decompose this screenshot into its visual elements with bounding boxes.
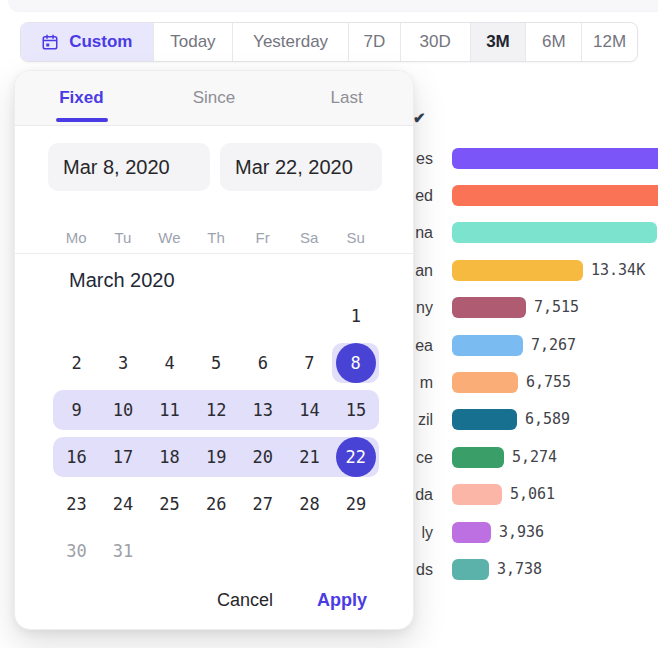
date-range-toolbar: Custom TodayYesterday7D30D3M6M12M (20, 22, 638, 62)
day-21[interactable]: 21 (286, 437, 333, 477)
bar-value: 7,267 (531, 335, 576, 356)
day-5[interactable]: 5 (193, 343, 240, 383)
month-title: March 2020 (69, 267, 175, 293)
weekday-label: We (146, 227, 193, 249)
range-6m-button[interactable]: 6M (525, 23, 581, 61)
range-custom-label: Custom (69, 32, 132, 52)
country-bar (452, 484, 502, 505)
bar-value: 5,274 (512, 447, 557, 468)
day-14[interactable]: 14 (286, 390, 333, 430)
day-31[interactable]: 31 (100, 531, 147, 571)
bar-value: 3,738 (497, 559, 542, 580)
range-custom-button[interactable]: Custom (21, 23, 153, 61)
weekday-label: Su (332, 227, 379, 249)
calendar-icon (41, 33, 59, 51)
day-7[interactable]: 7 (286, 343, 333, 383)
calendar-week-row: 3031 (15, 528, 413, 575)
day-3[interactable]: 3 (100, 343, 147, 383)
popover-tabs: Fixed Since Last (15, 71, 413, 126)
day-6[interactable]: 6 (239, 343, 286, 383)
day-13[interactable]: 13 (239, 390, 286, 430)
day-23[interactable]: 23 (53, 484, 100, 524)
start-date-field[interactable]: Mar 8, 2020 (48, 143, 210, 191)
country-bar (452, 409, 517, 430)
bar-value: 5,061 (510, 484, 555, 505)
bar-value: 3,936 (499, 522, 544, 543)
day-28[interactable]: 28 (286, 484, 333, 524)
day-27[interactable]: 27 (239, 484, 286, 524)
country-bar (452, 222, 657, 243)
day-8[interactable]: 8 (336, 343, 376, 383)
day-19[interactable]: 19 (193, 437, 240, 477)
day-9[interactable]: 9 (53, 390, 100, 430)
apply-button[interactable]: Apply (317, 590, 367, 611)
day-18[interactable]: 18 (146, 437, 193, 477)
popover-footer: Cancel Apply (15, 585, 413, 615)
day-1[interactable]: 1 (332, 296, 379, 336)
weekday-label: Th (193, 227, 240, 249)
calendar-week-row: 2345678 (15, 340, 413, 387)
day-11[interactable]: 11 (146, 390, 193, 430)
day-29[interactable]: 29 (332, 484, 379, 524)
bar-value: 13.34K (591, 260, 645, 281)
day-24[interactable]: 24 (100, 484, 147, 524)
tab-since[interactable]: Since (148, 71, 281, 125)
range-30d-button[interactable]: 30D (400, 23, 470, 61)
day-26[interactable]: 26 (193, 484, 240, 524)
date-inputs: Mar 8, 2020 Mar 22, 2020 (48, 143, 382, 191)
range-today-button[interactable]: Today (153, 23, 233, 61)
bar-value: 7,515 (534, 297, 579, 318)
date-picker-popover: Fixed Since Last Mar 8, 2020 Mar 22, 202… (14, 70, 414, 630)
range-3m-button[interactable]: 3M (470, 23, 526, 61)
calendar-week-row: 1 (15, 293, 413, 340)
range-7d-button[interactable]: 7D (348, 23, 400, 61)
weekday-header: MoTuWeThFrSaSu (53, 227, 379, 249)
tab-fixed[interactable]: Fixed (15, 71, 148, 125)
country-bar (452, 447, 504, 468)
day-2[interactable]: 2 (53, 343, 100, 383)
weekday-label: Fr (239, 227, 286, 249)
bar-value: 6,755 (526, 372, 571, 393)
day-16[interactable]: 16 (53, 437, 100, 477)
calendar-week-row: 23242526272829 (15, 481, 413, 528)
country-bar (452, 297, 526, 318)
country-bar (452, 559, 489, 580)
day-30[interactable]: 30 (53, 531, 100, 571)
calendar-grid: 1234567891011121314151617181920212223242… (15, 293, 413, 575)
weekday-label: Tu (100, 227, 147, 249)
bar-value: 6,589 (525, 409, 570, 430)
country-bar (452, 335, 523, 356)
day-17[interactable]: 17 (100, 437, 147, 477)
country-bar (452, 260, 583, 281)
cancel-button[interactable]: Cancel (217, 590, 273, 611)
day-22[interactable]: 22 (336, 437, 376, 477)
country-bar (452, 148, 658, 169)
day-25[interactable]: 25 (146, 484, 193, 524)
day-15[interactable]: 15 (332, 390, 379, 430)
tab-last[interactable]: Last (280, 71, 413, 125)
calendar-week-row: 9101112131415 (15, 387, 413, 434)
range-yesterday-button[interactable]: Yesterday (232, 23, 348, 61)
check-icon: ✔ (413, 109, 426, 127)
weekday-label: Sa (286, 227, 333, 249)
day-4[interactable]: 4 (146, 343, 193, 383)
day-12[interactable]: 12 (193, 390, 240, 430)
range-12m-button[interactable]: 12M (581, 23, 637, 61)
country-bar (452, 372, 518, 393)
divider (15, 253, 413, 254)
day-20[interactable]: 20 (239, 437, 286, 477)
active-tab-underline (56, 118, 108, 122)
country-bar (452, 522, 491, 543)
calendar-week-row: 16171819202122 (15, 434, 413, 481)
weekday-label: Mo (53, 227, 100, 249)
country-bar (452, 185, 658, 206)
day-10[interactable]: 10 (100, 390, 147, 430)
end-date-field[interactable]: Mar 22, 2020 (220, 143, 382, 191)
